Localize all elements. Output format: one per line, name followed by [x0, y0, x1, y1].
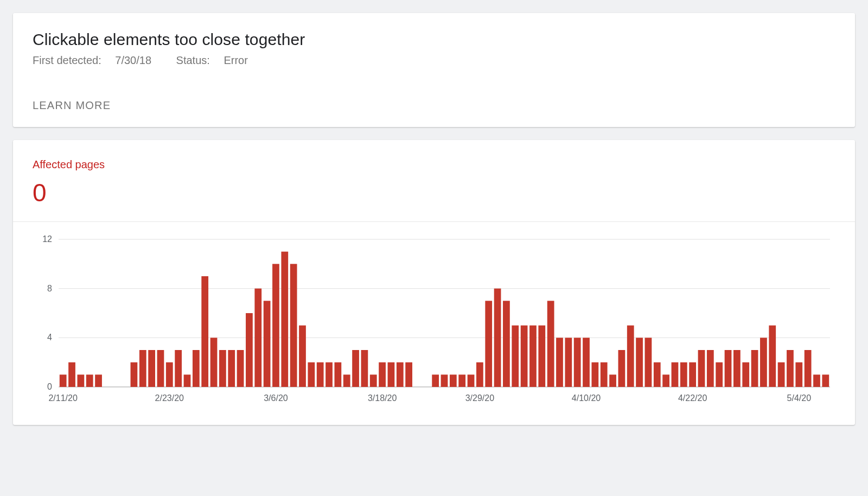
chart-bar[interactable] [503, 301, 510, 387]
chart-bar[interactable] [662, 374, 669, 387]
chart-bar[interactable] [521, 326, 528, 387]
chart-bar[interactable] [131, 363, 138, 387]
issue-header-card: Clickable elements too close together Fi… [13, 13, 855, 127]
chart-bar[interactable] [175, 350, 182, 387]
chart-bar[interactable] [281, 252, 288, 387]
chart-bar[interactable] [591, 363, 598, 387]
chart-bar[interactable] [139, 350, 146, 387]
chart-bar[interactable] [334, 363, 341, 387]
chart-bar[interactable] [769, 326, 776, 387]
chart-bar[interactable] [822, 374, 829, 387]
chart-bar[interactable] [707, 350, 714, 387]
chart-bar[interactable] [432, 374, 439, 387]
chart-bar[interactable] [583, 338, 590, 387]
chart-bar[interactable] [760, 338, 767, 387]
status-label: Status: [176, 54, 210, 66]
chart-bar[interactable] [397, 363, 404, 387]
first-detected: First detected: 7/30/18 [33, 54, 165, 66]
chart-bar[interactable] [201, 276, 208, 387]
chart-bar[interactable] [86, 374, 93, 387]
chart-bar[interactable] [574, 338, 581, 387]
chart-bar[interactable] [680, 363, 687, 387]
chart-bar[interactable] [228, 350, 235, 387]
chart-bar[interactable] [317, 363, 324, 387]
chart-bar[interactable] [68, 363, 75, 387]
chart-bar[interactable] [654, 363, 661, 387]
chart-bar[interactable] [476, 363, 483, 387]
chart-bar[interactable] [95, 374, 102, 387]
chart-bar[interactable] [795, 363, 802, 387]
chart-bar[interactable] [742, 363, 749, 387]
chart-bar[interactable] [290, 264, 297, 387]
x-tick-label: 3/18/20 [368, 393, 397, 403]
metric-label: Affected pages [33, 158, 835, 171]
x-tick-label: 2/23/20 [155, 393, 184, 403]
learn-more-link[interactable]: LEARN MORE [33, 99, 111, 112]
metric-value: 0 [33, 179, 835, 207]
chart-bar[interactable] [627, 326, 634, 387]
chart-bar[interactable] [254, 289, 261, 387]
chart-bar[interactable] [725, 350, 732, 387]
chart-bar[interactable] [193, 350, 200, 387]
chart-bar[interactable] [538, 326, 545, 387]
metric-block: Affected pages 0 [13, 140, 855, 222]
chart-bar[interactable] [308, 363, 315, 387]
x-tick-label: 3/29/20 [465, 393, 494, 403]
chart-bar[interactable] [512, 326, 519, 387]
chart-bar[interactable] [370, 374, 377, 387]
chart-bar[interactable] [787, 350, 794, 387]
chart-bar[interactable] [299, 326, 306, 387]
chart-bar[interactable] [326, 363, 333, 387]
chart-bar[interactable] [529, 326, 537, 387]
chart-bar[interactable] [264, 301, 271, 387]
chart-bar[interactable] [716, 363, 723, 387]
chart-bar[interactable] [237, 350, 244, 387]
chart-bar[interactable] [352, 350, 359, 387]
chart-bar[interactable] [405, 363, 412, 387]
chart-bar[interactable] [441, 374, 448, 387]
chart-bar[interactable] [379, 363, 386, 387]
affected-pages-bar-chart: 048122/11/202/23/203/6/203/18/203/29/204… [33, 235, 835, 409]
chart-bar[interactable] [458, 374, 465, 387]
x-tick-label: 4/10/20 [572, 393, 601, 403]
chart-bar[interactable] [468, 374, 475, 387]
chart-bar[interactable] [494, 289, 501, 387]
chart-bar[interactable] [148, 350, 155, 387]
chart-bar[interactable] [601, 363, 608, 387]
chart-bar[interactable] [813, 374, 820, 387]
chart-bar[interactable] [609, 374, 616, 387]
chart-bar[interactable] [645, 338, 652, 387]
y-tick-label: 4 [47, 333, 52, 342]
chart-bar[interactable] [219, 350, 226, 387]
issue-title: Clickable elements too close together [33, 30, 835, 49]
chart-bar[interactable] [450, 374, 457, 387]
x-tick-label: 4/22/20 [678, 393, 707, 403]
chart-bar[interactable] [184, 374, 191, 387]
chart-bar[interactable] [556, 338, 563, 387]
chart-bar[interactable] [565, 338, 572, 387]
chart-area: 048122/11/202/23/203/6/203/18/203/29/204… [13, 222, 855, 425]
status-value: Error [224, 54, 247, 66]
x-tick-label: 3/6/20 [264, 393, 288, 403]
chart-bar[interactable] [672, 363, 679, 387]
chart-bar[interactable] [157, 350, 164, 387]
chart-bar[interactable] [636, 338, 643, 387]
chart-bar[interactable] [246, 313, 253, 387]
chart-bar[interactable] [343, 374, 350, 387]
chart-bar[interactable] [689, 363, 696, 387]
chart-bar[interactable] [805, 350, 812, 387]
chart-bar[interactable] [210, 338, 218, 387]
chart-bar[interactable] [361, 350, 368, 387]
chart-bar[interactable] [272, 264, 279, 387]
chart-bar[interactable] [698, 350, 705, 387]
chart-bar[interactable] [388, 363, 395, 387]
chart-bar[interactable] [485, 301, 492, 387]
chart-bar[interactable] [778, 363, 785, 387]
chart-bar[interactable] [751, 350, 758, 387]
chart-bar[interactable] [60, 374, 67, 387]
chart-bar[interactable] [547, 301, 554, 387]
chart-bar[interactable] [733, 350, 741, 387]
chart-bar[interactable] [77, 374, 84, 387]
chart-bar[interactable] [618, 350, 626, 387]
chart-bar[interactable] [166, 363, 173, 387]
